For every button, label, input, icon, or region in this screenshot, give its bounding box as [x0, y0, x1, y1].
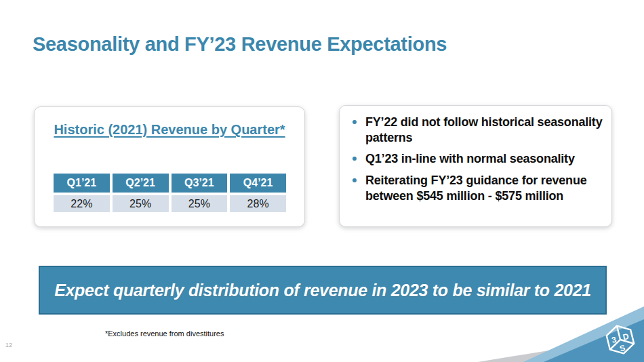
table-header-cell-q3: Q3’21 — [172, 174, 228, 193]
corner-decoration: 3 D S — [441, 301, 644, 362]
historic-revenue-heading: Historic (2021) Revenue by Quarter* — [48, 121, 291, 138]
summary-banner-text: Expect quarterly distribution of revenue… — [54, 279, 591, 302]
bullet-text: FY’22 did not follow historical seasonal… — [365, 115, 603, 145]
bullet-icon — [353, 178, 357, 182]
commentary-card: FY’22 did not follow historical seasonal… — [339, 105, 612, 227]
table-value-cell-q1: 22% — [54, 195, 110, 212]
bullet-text: Reiterating FY’23 guidance for revenue b… — [365, 173, 603, 203]
bullet-item: Reiterating FY’23 guidance for revenue b… — [348, 173, 603, 203]
table-value-cell-q2: 25% — [113, 195, 169, 212]
table-header-cell-q4: Q4’21 — [230, 174, 286, 193]
historic-revenue-card: Historic (2021) Revenue by Quarter* Q1’2… — [34, 106, 305, 227]
bullet-item: FY’22 did not follow historical seasonal… — [348, 115, 603, 145]
bullet-text: Q1’23 in-line with normal seasonality — [365, 151, 575, 167]
bullet-item: Q1’23 in-line with normal seasonality — [348, 151, 603, 167]
table-header-row: Q1’21 Q2’21 Q3’21 Q4’21 — [54, 174, 286, 193]
bullet-icon — [353, 120, 357, 124]
footnote: *Excludes revenue from divestitures — [105, 329, 224, 338]
table-value-cell-q3: 25% — [172, 195, 228, 212]
table-value-cell-q4: 28% — [230, 195, 286, 212]
table-header-cell-q2: Q2’21 — [113, 174, 169, 193]
slide-title: Seasonality and FY’23 Revenue Expectatio… — [33, 33, 447, 56]
quarterly-revenue-table: Q1’21 Q2’21 Q3’21 Q4’21 22% 25% 25% 28% — [54, 174, 286, 212]
bullet-icon — [353, 157, 357, 161]
page-number: 12 — [5, 342, 12, 348]
table-value-row: 22% 25% 25% 28% — [54, 195, 286, 212]
table-header-cell-q1: Q1’21 — [54, 174, 110, 193]
